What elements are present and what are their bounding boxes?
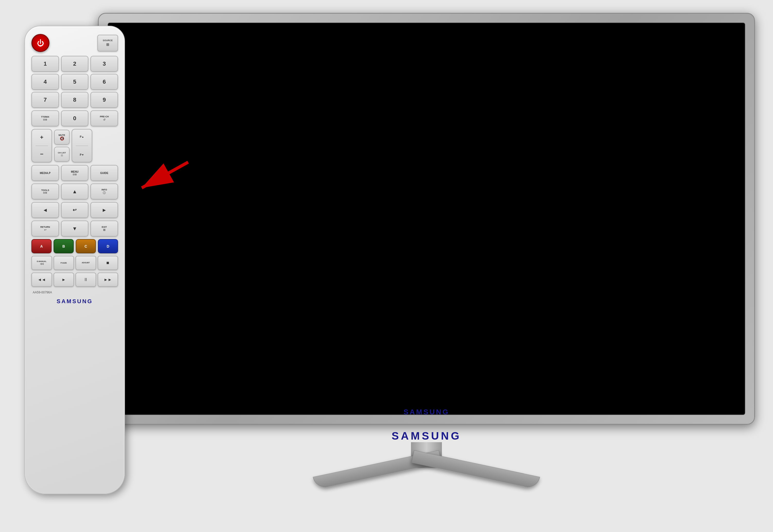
- tv-container: SAMSUNG SAMSUNG: [98, 13, 755, 489]
- ch-divider: [76, 146, 88, 146]
- psize-button[interactable]: P.SIZE: [54, 256, 74, 270]
- playback-row: ◄◄ ► II ►►: [31, 273, 118, 287]
- button-9[interactable]: 9: [90, 92, 118, 108]
- special-row: TTI/MIX ⊟⊞ 0 PRE-CH ↺: [31, 110, 118, 126]
- info-button[interactable]: INFO ⓘ: [90, 184, 118, 199]
- power-icon: ⏻: [37, 39, 44, 47]
- button-4[interactable]: 4: [31, 74, 59, 90]
- tools-button[interactable]: TOOLS ⊟⊞: [31, 184, 59, 199]
- return-down-exit-row: RETURN ↩ ▼ EXIT ⊠: [31, 221, 118, 237]
- chlist-button[interactable]: CH LIST ⊟: [54, 147, 70, 162]
- button-7[interactable]: 7: [31, 92, 59, 108]
- tools-info-row: TOOLS ⊟⊞ ▲ INFO ⓘ: [31, 184, 118, 199]
- button-1[interactable]: 1: [31, 56, 59, 72]
- menu-button[interactable]: MENU ⊟⊞: [61, 165, 89, 181]
- ttimix-button[interactable]: TTI/MIX ⊟⊞: [31, 110, 59, 126]
- power-button[interactable]: ⏻: [31, 34, 49, 52]
- up-button[interactable]: ▲: [61, 184, 89, 199]
- remote-control: ⏻ SOURCE ⊞ 1 2 3 4 5 6 7 8 9 TTI/MIX ⊟⊞: [24, 26, 125, 494]
- tv-screen: [108, 23, 745, 415]
- pause-button[interactable]: II: [75, 273, 96, 287]
- stop-button[interactable]: ■: [98, 256, 118, 270]
- color-a-button[interactable]: A: [31, 239, 51, 253]
- source-button[interactable]: SOURCE ⊞: [97, 35, 118, 51]
- guide-button[interactable]: GUIDE: [90, 165, 118, 181]
- vol-ch-section: + − MUTE 🔇 CH LIST ⊟ P▲ P▼: [31, 129, 118, 162]
- extra-buttons-row1: E-MANUAL ◁◁ P.SIZE AD/SUBT ■: [31, 256, 118, 270]
- exit-button[interactable]: EXIT ⊠: [90, 221, 118, 237]
- button-5[interactable]: 5: [61, 74, 89, 90]
- adsubt-button[interactable]: AD/SUBT: [75, 256, 96, 270]
- right-button[interactable]: ►: [90, 202, 118, 218]
- button-6[interactable]: 6: [90, 74, 118, 90]
- button-0[interactable]: 0: [61, 110, 89, 126]
- vol-divider: [36, 146, 48, 146]
- channel-button[interactable]: P▲ P▼: [72, 129, 92, 162]
- play-button[interactable]: ►: [54, 273, 74, 287]
- source-label: SOURCE: [103, 39, 113, 42]
- color-d-button[interactable]: D: [98, 239, 118, 253]
- tv-body: SAMSUNG: [98, 13, 755, 425]
- button-8[interactable]: 8: [61, 92, 89, 108]
- return-button[interactable]: RETURN ↩: [31, 221, 59, 237]
- nav-left-right-row: ◄ ↩ ►: [31, 202, 118, 218]
- rewind-button[interactable]: ◄◄: [31, 273, 52, 287]
- scene: SAMSUNG SAMSUNG ⏻ SOURCE ⊞ 1 2 3: [0, 0, 773, 532]
- tv-stand-base: [298, 467, 555, 479]
- mute-button[interactable]: MUTE 🔇: [54, 130, 70, 145]
- button-2[interactable]: 2: [61, 56, 89, 72]
- volume-button[interactable]: + −: [31, 129, 52, 162]
- tv-stand-right-leg: [411, 450, 540, 490]
- color-c-button[interactable]: C: [76, 239, 96, 253]
- remote-brand: SAMSUNG: [57, 298, 93, 305]
- prech-button[interactable]: PRE-CH ↺: [90, 110, 118, 126]
- model-number: AA59-00796A: [31, 291, 118, 294]
- enter-button[interactable]: ↩: [61, 202, 89, 218]
- tv-screen-logo: SAMSUNG: [403, 408, 449, 416]
- remote-top-row: ⏻ SOURCE ⊞: [31, 34, 118, 52]
- color-buttons-row: A B C D: [31, 239, 118, 253]
- number-grid: 1 2 3 4 5 6 7 8 9: [31, 56, 118, 108]
- mediap-button[interactable]: MEDIA.P: [31, 165, 59, 181]
- left-button[interactable]: ◄: [31, 202, 59, 218]
- tv-bottom: SAMSUNG: [98, 425, 755, 479]
- ffwd-button[interactable]: ►►: [98, 273, 118, 287]
- button-3[interactable]: 3: [90, 56, 118, 72]
- mediap-menu-guide-row: MEDIA.P MENU ⊟⊞ GUIDE: [31, 165, 118, 181]
- down-button[interactable]: ▼: [61, 221, 89, 237]
- mute-chlist-col: MUTE 🔇 CH LIST ⊟: [54, 130, 70, 162]
- color-b-button[interactable]: B: [54, 239, 74, 253]
- tv-brand-label: SAMSUNG: [98, 430, 755, 442]
- emanual-button[interactable]: E-MANUAL ◁◁: [31, 256, 52, 270]
